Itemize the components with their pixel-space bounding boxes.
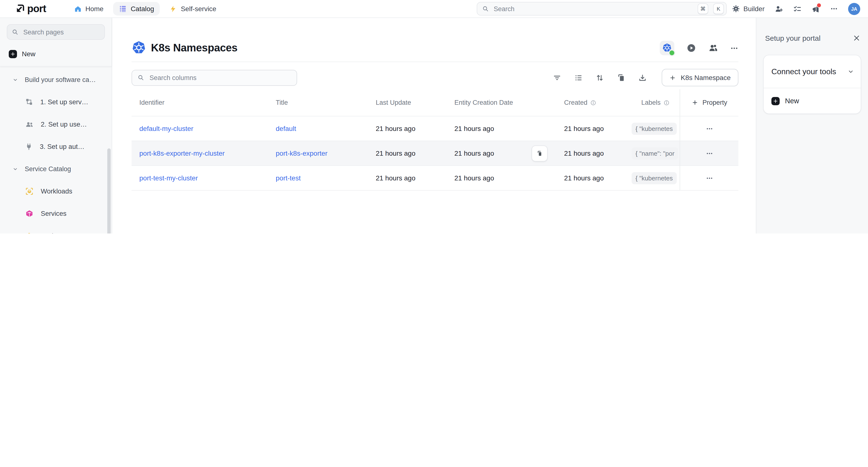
- divider: [131, 62, 738, 62]
- page-title: K8s Namespaces: [151, 42, 238, 54]
- plus-icon: [670, 74, 676, 81]
- title-link[interactable]: port-test: [276, 174, 301, 182]
- sidebar-group-build-your-software-catalog[interactable]: Build your software catal…: [0, 68, 112, 91]
- sidebar-item-workloads[interactable]: Workloads: [0, 180, 112, 202]
- column-header-entity-creation-date[interactable]: Entity Creation Date: [453, 89, 561, 116]
- user-avatar[interactable]: JA: [848, 3, 860, 15]
- row-menu-button[interactable]: [703, 122, 716, 135]
- row-menu-button[interactable]: [703, 171, 716, 185]
- sidebar-item-set-up-service-catalog[interactable]: 1. Set up serv…: [0, 91, 112, 113]
- top-navbar: port Home Catalog: [0, 0, 868, 18]
- announcements-button[interactable]: [812, 5, 820, 13]
- connect-your-tools-accordion[interactable]: Connect your tools: [764, 55, 861, 88]
- add-property-button[interactable]: Property: [680, 89, 738, 116]
- entity-creation-date-value: 21 hours ago: [455, 149, 494, 157]
- column-header-created[interactable]: Created: [561, 89, 631, 116]
- column-header-last-update[interactable]: Last Update: [376, 89, 453, 116]
- sidebar-item-set-up-users[interactable]: 2. Set up use…: [0, 113, 112, 135]
- sidebar-new-button[interactable]: New: [7, 46, 105, 61]
- catalog-icon: [119, 5, 127, 12]
- port-logo[interactable]: port: [14, 3, 46, 14]
- chevron-down-icon: [12, 77, 18, 82]
- search-icon: [137, 74, 144, 81]
- people-icon: [25, 120, 33, 128]
- k-key: K: [713, 3, 724, 14]
- panel-new-button[interactable]: New: [764, 88, 861, 113]
- setup-card: Connect your tools New: [763, 55, 861, 114]
- identifier-link[interactable]: port-k8s-exporter-my-cluster: [139, 149, 225, 157]
- table-row[interactable]: default-my-cluster default 21 hours ago …: [131, 116, 738, 141]
- sidebar-item-services[interactable]: Services: [0, 202, 112, 225]
- search-columns-input[interactable]: [149, 73, 291, 82]
- plus-icon: [692, 99, 698, 106]
- tab-self-service[interactable]: Self-service: [164, 2, 222, 15]
- title-link[interactable]: default: [276, 125, 296, 132]
- table-toolbar: K8s Namespace: [131, 69, 738, 86]
- group-by-button[interactable]: [575, 73, 583, 82]
- info-icon: [590, 100, 596, 105]
- sidebar-search[interactable]: [7, 24, 105, 40]
- last-update-value: 21 hours ago: [376, 149, 415, 157]
- more-menu-button[interactable]: [830, 5, 838, 12]
- tab-home[interactable]: Home: [68, 2, 110, 15]
- download-button[interactable]: [639, 73, 647, 82]
- tab-self-service-label: Self-service: [181, 5, 216, 12]
- row-menu-button[interactable]: [703, 147, 716, 160]
- identifier-link[interactable]: default-my-cluster: [139, 125, 193, 132]
- global-search-input[interactable]: [493, 5, 693, 13]
- column-header-identifier[interactable]: Identifier: [131, 89, 276, 116]
- copy-value-button[interactable]: [532, 145, 548, 162]
- sort-button[interactable]: [596, 73, 604, 82]
- cmd-key: ⌘: [698, 3, 708, 14]
- sidebar-item-environments[interactable]: Environments: [0, 225, 112, 234]
- builder-button[interactable]: Builder: [732, 5, 765, 12]
- labels-badge[interactable]: { "kubernetes: [631, 172, 677, 184]
- info-icon: [663, 100, 670, 105]
- column-header-title[interactable]: Title: [276, 89, 376, 116]
- entity-creation-date-value: 21 hours ago: [455, 125, 494, 132]
- tab-catalog[interactable]: Catalog: [113, 2, 160, 15]
- blueprint-badge-button[interactable]: [660, 41, 674, 55]
- sidebar-group-label: Service Catalog: [25, 165, 71, 172]
- table-row[interactable]: port-k8s-exporter-my-cluster port-k8s-ex…: [131, 141, 738, 165]
- copy-view-button[interactable]: [617, 73, 625, 82]
- entity-creation-date-value: 21 hours ago: [455, 174, 494, 182]
- sidebar-item-set-up-automations[interactable]: 3. Set up aut…: [0, 135, 112, 158]
- identifier-link[interactable]: port-test-my-cluster: [139, 174, 198, 182]
- last-update-value: 21 hours ago: [376, 125, 415, 132]
- title-link[interactable]: port-k8s-exporter: [276, 149, 328, 157]
- tasks-button[interactable]: [793, 5, 802, 13]
- notification-dot: [816, 3, 822, 7]
- app-window: port Home Catalog: [0, 0, 868, 234]
- home-icon: [74, 5, 82, 12]
- ellipsis-icon: [830, 5, 838, 12]
- sidebar-new-label: New: [22, 50, 35, 58]
- search-columns[interactable]: [131, 70, 297, 86]
- table-header-row: Identifier Title Last Update Entity Crea…: [131, 89, 738, 116]
- play-button[interactable]: [686, 43, 696, 53]
- lightning-icon: [170, 5, 177, 12]
- connect-tools-label: Connect your tools: [771, 67, 836, 76]
- copy-icon: [536, 150, 543, 157]
- page-menu-button[interactable]: [730, 44, 738, 52]
- sidebar-item-label: 1. Set up serv…: [40, 98, 88, 105]
- kubernetes-icon: [131, 41, 146, 55]
- cube-icon: [25, 209, 33, 218]
- tab-home-label: Home: [86, 5, 104, 12]
- table-row[interactable]: port-test-my-cluster port-test 21 hours …: [131, 165, 738, 191]
- created-value: 21 hours ago: [564, 174, 604, 182]
- audience-button[interactable]: [708, 43, 718, 53]
- sidebar: New Build your software catal… 1. Set up…: [0, 18, 112, 234]
- filter-button[interactable]: [553, 73, 561, 82]
- close-panel-button[interactable]: [853, 34, 860, 42]
- sidebar-group-service-catalog[interactable]: Service Catalog: [0, 158, 112, 180]
- column-header-labels[interactable]: Labels: [631, 89, 680, 116]
- labels-badge[interactable]: { "name": "por: [631, 147, 678, 159]
- sidebar-search-input[interactable]: [22, 28, 100, 36]
- setup-portal-panel: Setup your portal Connect your tools New: [756, 18, 868, 234]
- invite-user-button[interactable]: [775, 5, 783, 13]
- labels-badge[interactable]: { "kubernetes: [631, 123, 677, 135]
- global-search[interactable]: ⌘ K: [477, 2, 727, 15]
- add-k8s-namespace-button[interactable]: K8s Namespace: [662, 69, 738, 86]
- sidebar-scrollbar[interactable]: [107, 148, 111, 234]
